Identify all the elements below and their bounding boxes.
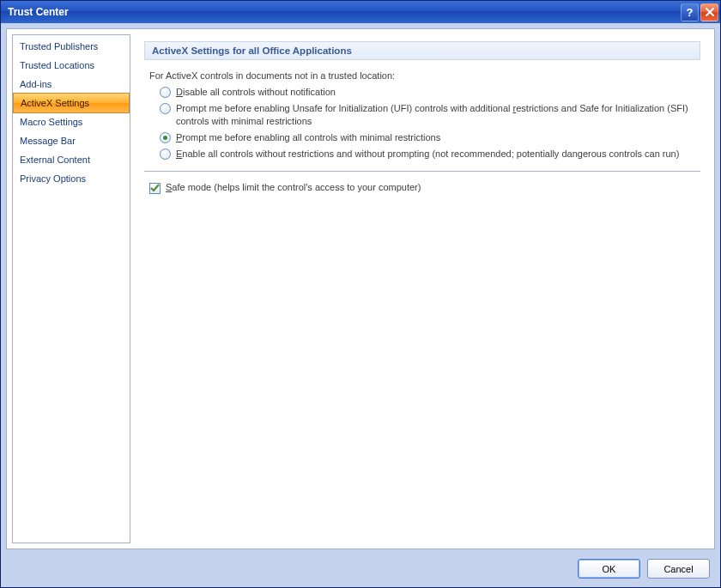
intro-text: For ActiveX controls in documents not in… [149, 70, 700, 81]
sidebar-item-trusted-locations[interactable]: Trusted Locations [13, 56, 130, 75]
client-area: Trusted PublishersTrusted LocationsAdd-i… [1, 23, 720, 587]
radio-button[interactable] [160, 132, 171, 143]
window-title: Trust Center [8, 6, 679, 18]
sidebar: Trusted PublishersTrusted LocationsAdd-i… [12, 34, 130, 543]
section-header: ActiveX Settings for all Office Applicat… [144, 41, 700, 60]
safe-mode-checkbox[interactable] [149, 183, 161, 194]
sidebar-item-label: Macro Settings [20, 117, 82, 127]
sidebar-item-privacy-options[interactable]: Privacy Options [13, 169, 130, 188]
radio-option-0[interactable]: Disable all controls without notificatio… [160, 86, 700, 99]
sidebar-item-label: Add-ins [20, 79, 52, 89]
sidebar-item-add-ins[interactable]: Add-ins [13, 75, 130, 94]
safe-mode-label: Safe mode (helps limit the control's acc… [166, 182, 421, 192]
radio-label: Enable all controls without restrictions… [176, 148, 679, 161]
help-button[interactable]: ? [681, 3, 699, 21]
radio-label: Disable all controls without notificatio… [176, 86, 336, 99]
trust-center-window: Trust Center ? Trusted PublishersTrusted… [0, 0, 721, 588]
sidebar-item-macro-settings[interactable]: Macro Settings [13, 112, 130, 131]
sidebar-item-label: External Content [20, 155, 90, 165]
radio-option-3[interactable]: Enable all controls without restrictions… [160, 148, 700, 161]
button-row: OK Cancel [578, 559, 710, 579]
radio-group: Disable all controls without notificatio… [144, 86, 700, 161]
sidebar-item-label: ActiveX Settings [21, 98, 89, 108]
sidebar-item-label: Trusted Publishers [20, 41, 98, 52]
sidebar-item-external-content[interactable]: External Content [13, 150, 130, 169]
sidebar-item-label: Privacy Options [20, 173, 86, 184]
radio-label: Prompt me before enabling all controls w… [176, 131, 440, 144]
check-icon [149, 183, 161, 194]
panel-frame: Trusted PublishersTrusted LocationsAdd-i… [6, 28, 715, 549]
separator [144, 171, 700, 172]
radio-option-2[interactable]: Prompt me before enabling all controls w… [160, 131, 700, 144]
close-button[interactable] [700, 3, 718, 21]
radio-button[interactable] [160, 103, 171, 114]
sidebar-item-activex-settings[interactable]: ActiveX Settings [13, 93, 130, 113]
sidebar-item-trusted-publishers[interactable]: Trusted Publishers [13, 37, 130, 56]
sidebar-item-message-bar[interactable]: Message Bar [13, 131, 130, 150]
sidebar-item-label: Message Bar [20, 136, 76, 146]
safe-mode-row[interactable]: Safe mode (helps limit the control's acc… [149, 182, 700, 194]
sidebar-item-label: Trusted Locations [20, 60, 94, 70]
radio-option-1[interactable]: Prompt me before enabling Unsafe for Ini… [160, 102, 700, 128]
radio-button[interactable] [160, 149, 171, 160]
close-icon [705, 7, 715, 17]
titlebar[interactable]: Trust Center ? [1, 1, 720, 23]
radio-button[interactable] [160, 87, 171, 98]
content-pane: ActiveX Settings for all Office Applicat… [136, 34, 709, 543]
ok-button[interactable]: OK [578, 559, 640, 579]
cancel-button[interactable]: Cancel [647, 559, 710, 579]
radio-label: Prompt me before enabling Unsafe for Ini… [176, 102, 700, 128]
